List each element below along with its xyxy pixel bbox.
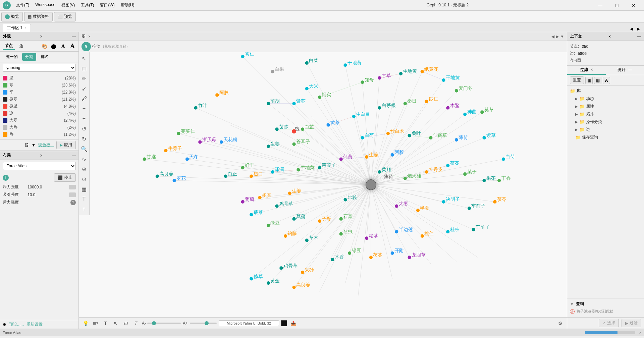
menu-workspace[interactable]: Workspace xyxy=(33,1,58,9)
filter-icon-1[interactable]: ▦ xyxy=(585,77,593,84)
node-64[interactable] xyxy=(250,213,253,216)
node-81[interactable] xyxy=(156,174,159,178)
cursor-icon[interactable]: ↖ xyxy=(112,319,120,327)
node-24[interactable] xyxy=(404,102,407,105)
tree-item-attr[interactable]: ▶ 📁 属性 xyxy=(570,103,641,110)
font-size-slider[interactable] xyxy=(147,323,181,324)
node-45[interactable] xyxy=(339,157,343,161)
tree-root[interactable]: 📁 库 xyxy=(570,87,641,95)
node-15[interactable] xyxy=(194,106,197,110)
menu-window[interactable]: 窗口(W) xyxy=(97,1,117,9)
tab-nav-next[interactable]: ▶ xyxy=(636,26,641,32)
node-6[interactable] xyxy=(267,102,270,105)
font-size-plus[interactable]: A+ xyxy=(183,321,188,326)
node-31[interactable] xyxy=(267,145,270,148)
node-80[interactable] xyxy=(258,196,262,199)
node-71[interactable] xyxy=(446,230,449,233)
filter-button[interactable]: ▶ 过滤 xyxy=(622,319,641,327)
node-87[interactable] xyxy=(267,281,270,285)
node-33[interactable] xyxy=(361,136,364,139)
node-70[interactable] xyxy=(421,234,424,238)
node-85[interactable] xyxy=(301,271,304,274)
node-19[interactable] xyxy=(275,127,279,131)
node-12[interactable] xyxy=(421,70,424,73)
stats-tab-settings[interactable]: — xyxy=(628,67,632,72)
node-48[interactable] xyxy=(378,170,381,174)
layout-close[interactable]: × xyxy=(40,153,42,158)
node-30[interactable] xyxy=(185,157,189,161)
node-66[interactable] xyxy=(305,239,309,242)
node-40[interactable] xyxy=(224,174,227,178)
node-67[interactable] xyxy=(339,232,343,235)
node-46[interactable] xyxy=(365,155,368,159)
node-59[interactable] xyxy=(468,207,471,210)
node-69[interactable] xyxy=(395,230,398,233)
tool-node-link[interactable]: ⊕ xyxy=(79,164,89,174)
export-icon[interactable]: 📤 xyxy=(289,319,297,327)
node-42[interactable] xyxy=(271,170,274,174)
node-27[interactable] xyxy=(463,113,467,116)
tool-magnify[interactable]: 🔍 xyxy=(79,144,89,154)
node-65[interactable] xyxy=(284,234,287,238)
filter-icon[interactable]: ▼ xyxy=(32,143,36,148)
node-26[interactable] xyxy=(446,106,449,110)
graph-canvas[interactable]: 薄荷 杏仁 白果 白菜 干地黄 大米 阿胶 前胡 xyxy=(90,52,567,317)
node-22[interactable] xyxy=(352,115,356,118)
label-color-icon[interactable]: A xyxy=(60,43,66,50)
tree-item-save[interactable]: 📁 保存查询 xyxy=(570,133,641,141)
tree-item-dynamic[interactable]: ▶ 📁 动态 xyxy=(570,95,641,103)
rank-tab-partition[interactable]: 分割 xyxy=(22,53,36,61)
node-47[interactable] xyxy=(391,153,394,157)
node-63[interactable] xyxy=(267,224,270,227)
node-8[interactable] xyxy=(318,96,321,99)
node-56[interactable] xyxy=(395,205,398,208)
node-38[interactable] xyxy=(482,136,486,139)
node-75[interactable] xyxy=(391,251,394,255)
palette-link[interactable]: 调色板... xyxy=(38,142,54,148)
text-bold-icon[interactable]: T xyxy=(102,319,110,327)
node-3[interactable] xyxy=(343,63,347,67)
menu-help[interactable]: 帮助(H) xyxy=(118,1,137,9)
tool-zoom-plus[interactable]: + xyxy=(79,114,89,123)
node-14[interactable] xyxy=(455,89,458,93)
preset-link[interactable]: 预设...... xyxy=(9,322,24,327)
apply-button[interactable]: ▶ 应用 xyxy=(56,141,76,149)
context-minimize[interactable]: — xyxy=(637,34,641,39)
rank-tab-unified[interactable]: 统一的 xyxy=(3,53,21,61)
reset-link[interactable]: 重新设置 xyxy=(26,322,43,327)
node-89[interactable] xyxy=(502,157,505,161)
node-11[interactable] xyxy=(399,72,402,75)
node-17[interactable] xyxy=(198,140,202,144)
help-icon[interactable]: ? xyxy=(70,200,76,205)
tree-item-topology[interactable]: ▶ 📁 拓扑 xyxy=(570,110,641,118)
appearance-dropdown[interactable]: yaoxing xyxy=(3,64,76,72)
node-28[interactable] xyxy=(480,110,484,114)
data-button[interactable]: ▦ 数据资料 xyxy=(24,12,53,21)
node-21[interactable] xyxy=(326,123,330,127)
tool-undo[interactable]: ↻ xyxy=(79,134,89,144)
node-88[interactable] xyxy=(292,286,296,289)
tool-grid[interactable]: ▦ xyxy=(79,184,89,194)
tree-item-ops[interactable]: ▶ 📁 操作分类 xyxy=(570,118,641,126)
layout-minimize[interactable]: — xyxy=(72,153,76,158)
node-51[interactable] xyxy=(446,164,449,167)
tool-text2[interactable]: T xyxy=(79,205,89,214)
grid-icon[interactable]: ▦▾ xyxy=(92,319,100,327)
canvas-close[interactable]: × xyxy=(88,34,91,39)
node-53[interactable] xyxy=(482,179,486,182)
node-1[interactable] xyxy=(271,70,274,73)
label-size-icon[interactable]: A xyxy=(69,43,76,50)
node-16[interactable] xyxy=(177,132,180,135)
node-49[interactable] xyxy=(404,177,407,180)
node-18[interactable] xyxy=(220,140,223,144)
layout-dropdown[interactable]: Force Atlas xyxy=(3,162,76,170)
node-86[interactable] xyxy=(250,277,253,280)
node-50[interactable] xyxy=(425,170,428,174)
overview-button[interactable]: 概览 xyxy=(1,12,23,21)
info-icon[interactable]: i xyxy=(3,175,9,181)
context-close[interactable]: × xyxy=(608,34,611,39)
node-83[interactable] xyxy=(173,179,176,182)
node-78[interactable] xyxy=(275,205,279,208)
filter-tab-close[interactable]: × xyxy=(590,67,593,72)
font-opacity-slider[interactable] xyxy=(190,323,217,324)
